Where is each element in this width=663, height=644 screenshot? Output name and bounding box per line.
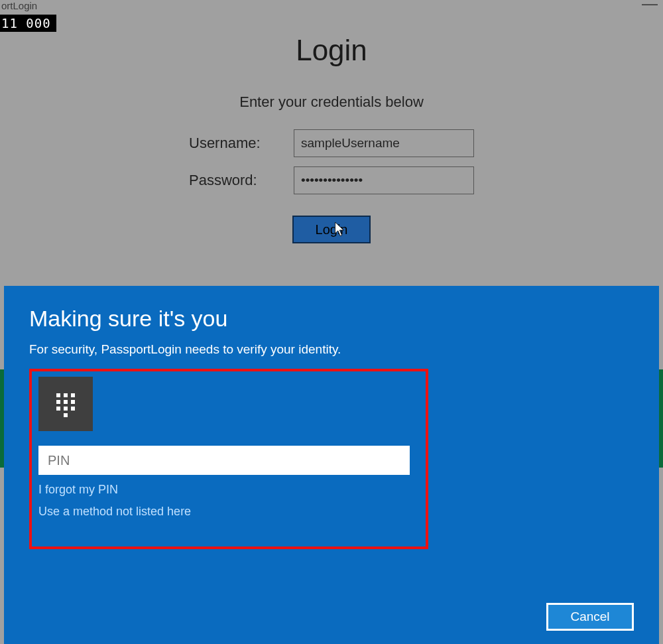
login-heading: Login (0, 34, 663, 67)
window-titlebar: ortLogin — (0, 0, 663, 15)
password-row: Password: (0, 166, 663, 194)
login-subheading: Enter your credentials below (0, 94, 663, 111)
cancel-button[interactable]: Cancel (546, 603, 634, 631)
username-label: Username: (189, 135, 282, 152)
cancel-button-label: Cancel (570, 610, 609, 623)
dialog-subtitle: For security, PassportLogin needs to ver… (29, 342, 634, 357)
dialog-title: Making sure it's you (29, 306, 634, 332)
svg-rect-6 (71, 400, 75, 404)
highlighted-region: I forgot my PIN Use a method not listed … (29, 369, 428, 549)
username-input[interactable] (294, 129, 474, 157)
svg-rect-7 (56, 407, 60, 411)
login-button[interactable]: Login (292, 216, 371, 243)
login-button-wrap: Login (292, 204, 371, 243)
forgot-pin-link[interactable]: I forgot my PIN (38, 483, 419, 497)
keypad-icon[interactable] (38, 377, 93, 431)
other-method-link[interactable]: Use a method not listed here (38, 505, 419, 519)
verify-identity-dialog: Making sure it's you For security, Passp… (4, 286, 659, 644)
pin-input[interactable] (38, 446, 410, 475)
dialog-footer: Cancel (546, 603, 634, 631)
svg-rect-2 (64, 393, 68, 397)
keypad-glyph (52, 391, 79, 417)
password-input[interactable] (294, 166, 474, 194)
login-panel: Login Enter your credentials below Usern… (0, 30, 663, 243)
svg-rect-10 (64, 413, 68, 417)
svg-rect-1 (56, 393, 60, 397)
minimize-icon[interactable]: — (642, 0, 658, 7)
svg-rect-3 (71, 393, 75, 397)
username-row: Username: (0, 129, 663, 157)
svg-rect-4 (56, 400, 60, 404)
cursor-icon (335, 222, 347, 238)
password-label: Password: (189, 172, 282, 189)
svg-rect-9 (71, 407, 75, 411)
svg-rect-5 (64, 400, 68, 404)
svg-rect-8 (64, 407, 68, 411)
svg-marker-0 (335, 222, 343, 236)
window-title: ortLogin (0, 0, 37, 11)
